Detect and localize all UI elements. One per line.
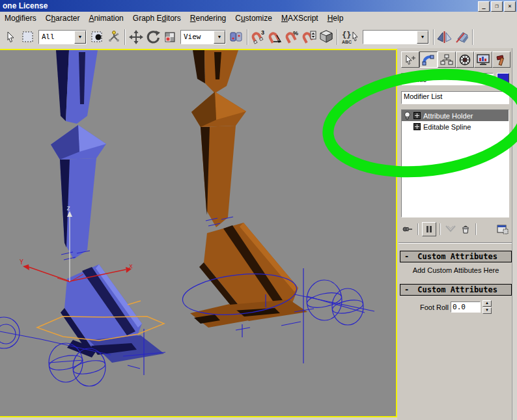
keyboard-override-button[interactable]: {}ABC [340,29,361,46]
expand-icon[interactable] [413,123,421,130]
modifier-stack: Attribute Holder Editable Spline [401,109,509,217]
select-object-button[interactable] [3,29,20,46]
percent-label: % [293,30,298,36]
foot-roll-label: Foot Roll [420,303,449,311]
mirror-icon [437,30,453,44]
axis-x-label: x [129,262,133,270]
menu-rendering[interactable]: Rendering [186,12,231,24]
close-button[interactable]: ✕ [504,1,516,12]
panel-right-strip [512,48,517,420]
minimize-button[interactable]: _ [478,1,490,12]
object-color-swatch[interactable] [497,73,509,85]
tab-motion[interactable] [456,51,474,68]
modifier-list-dropdown[interactable]: Modifier List [401,91,509,104]
show-end-result-button[interactable] [422,222,436,236]
stack-item-editable-spline[interactable]: Editable Spline [402,121,509,132]
tab-display[interactable] [474,51,492,68]
pin-icon [402,224,413,234]
menu-animation[interactable]: Animation [84,12,128,24]
select-and-rotate-button[interactable] [145,29,161,46]
magnet-percent-icon: % [284,29,301,45]
rollout-header[interactable]: - Custom Attributes [400,284,512,296]
lightbulb-icon[interactable] [404,111,411,120]
custom-attributes-rollout-2: - Custom Attributes Foot Roll ▲ ▼ [400,284,512,318]
snap-cube-button[interactable] [318,29,335,46]
stack-item-attribute-holder[interactable]: Attribute Holder [402,110,509,121]
below-viewport-strip [0,417,397,420]
restore-button[interactable]: ❐ [491,1,503,12]
tab-create[interactable] [401,51,419,68]
coordinate-system-value: View [181,33,214,41]
snap-toggle-3d-button[interactable]: 3 [250,29,267,46]
display-icon [477,54,490,66]
collapse-icon[interactable]: - [400,252,413,261]
remove-modifier-button[interactable] [459,223,472,236]
rollout-header[interactable]: - Custom Attributes [400,251,512,262]
make-unique-button[interactable] [444,223,457,236]
manipulate-jack-icon [107,31,120,44]
menu-modifiers[interactable]: Modifiers [0,12,41,24]
align-button[interactable] [453,29,470,46]
chevron-down-icon[interactable]: ▼ [417,31,428,44]
braces-label: {} [342,31,351,40]
align-icon [454,30,469,44]
brown-leg-bones [190,50,307,328]
select-and-manipulate-button[interactable] [105,29,122,46]
collapse-icon[interactable]: - [400,285,413,294]
spinner-down-icon[interactable]: ▼ [482,307,492,314]
select-and-move-button[interactable] [128,29,145,46]
tab-hierarchy[interactable] [438,51,456,68]
cube-icon [318,29,334,45]
abc-label: ABC [342,40,352,44]
foot-roll-input[interactable] [451,301,481,313]
viewport-scene: x Y z [0,50,396,416]
rotate-icon [145,29,161,45]
utilities-hammer-icon [495,54,508,66]
expand-icon[interactable] [413,112,421,119]
menu-maxscript[interactable]: MAXScript [277,12,323,24]
window-crossing-button[interactable] [89,29,105,46]
foot-roll-spinner[interactable]: ▲ ▼ [482,300,492,314]
menu-help[interactable]: Help [323,12,348,24]
rollout-title: Custom Attributes [413,285,511,294]
stack-item-label: Attribute Holder [423,112,473,120]
pivot-center-icon [229,31,244,44]
spinner-up-icon[interactable]: ▲ [482,300,492,307]
chevron-down-icon[interactable]: ▼ [74,31,86,44]
menu-character[interactable]: Character [41,12,85,24]
magnet-angle-icon [267,29,284,45]
menu-graph-editors[interactable]: Graph Editors [128,12,186,24]
selection-filter-combo[interactable]: All ▼ [38,30,87,44]
make-unique-icon [445,225,456,234]
command-panel: Modifier List Attribute Holder Editable … [397,48,517,420]
menu-customize[interactable]: Customize [231,12,277,24]
tab-modify[interactable] [419,51,438,68]
magnet-3d-icon: 3 [250,29,267,45]
spinner-snap-button[interactable] [301,29,318,46]
configure-modifier-sets-button[interactable] [496,223,509,236]
named-selection-combo[interactable]: ▼ [363,30,429,44]
hierarchy-icon [440,54,453,66]
cursor-arrow-icon [5,31,17,43]
pin-stack-button[interactable] [401,223,414,236]
object-name-field[interactable] [401,73,494,85]
show-end-result-icon [425,225,433,234]
trash-icon [461,225,470,234]
use-pivot-center-button[interactable] [228,29,245,46]
create-icon [404,54,417,66]
snap-3-label: 3 [261,29,264,36]
mirror-button[interactable] [436,29,453,46]
stack-item-label: Editable Spline [423,123,471,131]
percent-snap-button[interactable]: % [284,29,301,46]
modify-icon [422,54,435,66]
select-and-scale-button[interactable] [161,29,178,46]
chevron-down-icon[interactable]: ▼ [214,31,225,44]
coordinate-system-combo[interactable]: View ▼ [180,30,226,44]
perspective-viewport[interactable]: x Y z [0,49,397,417]
axis-z-label: z [66,204,70,212]
angle-snap-button[interactable] [267,29,284,46]
rectangular-selection-button[interactable] [20,29,36,46]
tab-utilities[interactable] [492,51,510,68]
menu-bar: Modifiers Character Animation Graph Edit… [0,12,517,25]
crossing-icon [91,31,104,44]
